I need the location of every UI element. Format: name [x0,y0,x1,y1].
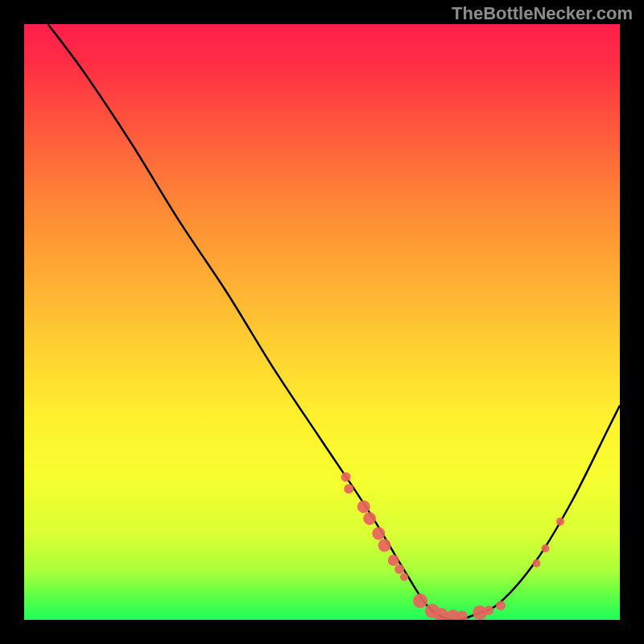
chart-stage: TheBottleNecker.com [0,0,644,644]
gradient-background [24,24,620,620]
plot-area [24,24,620,620]
watermark-label: TheBottleNecker.com [452,3,633,24]
